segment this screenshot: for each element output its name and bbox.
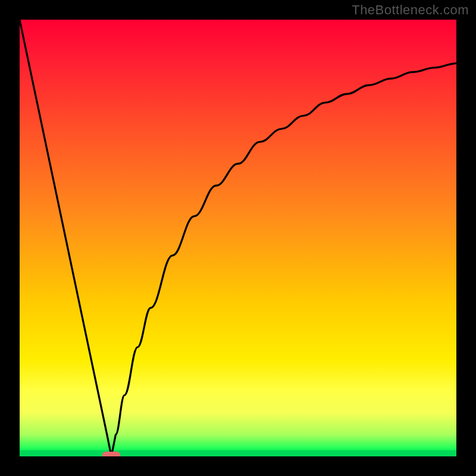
chart-frame: TheBottleneck.com	[0, 0, 476, 476]
plot-area	[20, 20, 456, 456]
watermark-label: TheBottleneck.com	[352, 2, 469, 18]
curve-svg	[20, 20, 456, 456]
bottleneck-curve	[20, 20, 456, 456]
minimum-marker	[102, 452, 120, 456]
